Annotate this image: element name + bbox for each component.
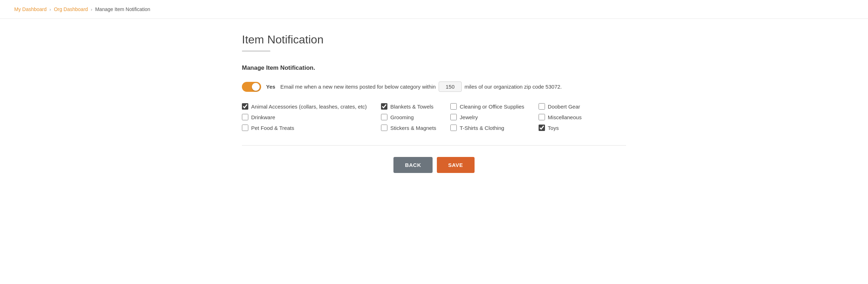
breadcrumb-org-dashboard[interactable]: Org Dashboard (54, 6, 88, 12)
category-label-cat6[interactable]: Grooming (390, 114, 414, 120)
category-label-cat8[interactable]: Miscellaneous (548, 114, 582, 120)
category-checkbox-cat8[interactable] (539, 114, 545, 120)
category-item: Jewelry (450, 114, 524, 120)
breadcrumb: My Dashboard › Org Dashboard › Manage It… (0, 0, 868, 19)
category-label-cat3[interactable]: Cleaning or Office Supplies (460, 104, 524, 110)
bottom-divider (242, 145, 626, 146)
miles-input[interactable] (439, 81, 462, 92)
category-checkbox-cat1[interactable] (242, 103, 248, 110)
notification-text-after: miles of our organization zip code 53072… (465, 84, 562, 90)
category-checkbox-cat12[interactable] (539, 125, 545, 131)
category-checkbox-cat3[interactable] (450, 103, 457, 110)
category-checkbox-cat5[interactable] (242, 114, 248, 120)
save-button[interactable]: SAVE (437, 157, 475, 173)
category-label-cat4[interactable]: Doobert Gear (548, 104, 580, 110)
category-label-cat12[interactable]: Toys (548, 125, 559, 131)
action-buttons: BACK SAVE (242, 157, 626, 173)
section-heading: Manage Item Notification. (242, 64, 626, 72)
category-checkbox-cat10[interactable] (381, 125, 387, 131)
category-item: Drinkware (242, 114, 367, 120)
category-checkbox-cat11[interactable] (450, 125, 457, 131)
category-checkbox-cat6[interactable] (381, 114, 387, 120)
breadcrumb-current: Manage Item Notification (95, 6, 150, 12)
category-item: T-Shirts & Clothing (450, 125, 524, 131)
category-label-cat7[interactable]: Jewelry (460, 114, 478, 120)
category-checkbox-cat7[interactable] (450, 114, 457, 120)
categories-container: Animal Accessories (collars, leashes, cr… (242, 103, 626, 131)
category-checkbox-cat4[interactable] (539, 103, 545, 110)
notification-text-before: Email me when a new new items posted for… (280, 84, 436, 90)
category-label-cat9[interactable]: Pet Food & Treats (251, 125, 294, 131)
notification-toggle[interactable] (242, 82, 261, 92)
category-label-cat1[interactable]: Animal Accessories (collars, leashes, cr… (251, 104, 367, 110)
notification-text: Email me when a new new items posted for… (280, 81, 562, 92)
category-item: Toys (539, 125, 582, 131)
category-checkbox-cat2[interactable] (381, 103, 387, 110)
category-checkbox-cat9[interactable] (242, 125, 248, 131)
category-item: Animal Accessories (collars, leashes, cr… (242, 103, 367, 110)
toggle-label: Yes (266, 84, 275, 90)
category-label-cat11[interactable]: T-Shirts & Clothing (460, 125, 504, 131)
category-label-cat10[interactable]: Stickers & Magnets (390, 125, 436, 131)
back-button[interactable]: BACK (393, 157, 432, 173)
category-item: Pet Food & Treats (242, 125, 367, 131)
toggle-slider (242, 82, 261, 92)
breadcrumb-sep-1: › (49, 7, 51, 12)
page-title: Item Notification (242, 33, 626, 46)
category-item: Blankets & Towels (381, 103, 436, 110)
category-item: Cleaning or Office Supplies (450, 103, 524, 110)
category-item: Stickers & Magnets (381, 125, 436, 131)
category-label-cat5[interactable]: Drinkware (251, 114, 275, 120)
title-divider (242, 51, 270, 52)
breadcrumb-sep-2: › (91, 7, 92, 12)
breadcrumb-my-dashboard[interactable]: My Dashboard (14, 6, 47, 12)
category-item: Grooming (381, 114, 436, 120)
category-label-cat2[interactable]: Blankets & Towels (390, 104, 433, 110)
main-content: Item Notification Manage Item Notificati… (221, 19, 647, 187)
notification-row: Yes Email me when a new new items posted… (242, 81, 626, 92)
category-item: Doobert Gear (539, 103, 582, 110)
category-item: Miscellaneous (539, 114, 582, 120)
